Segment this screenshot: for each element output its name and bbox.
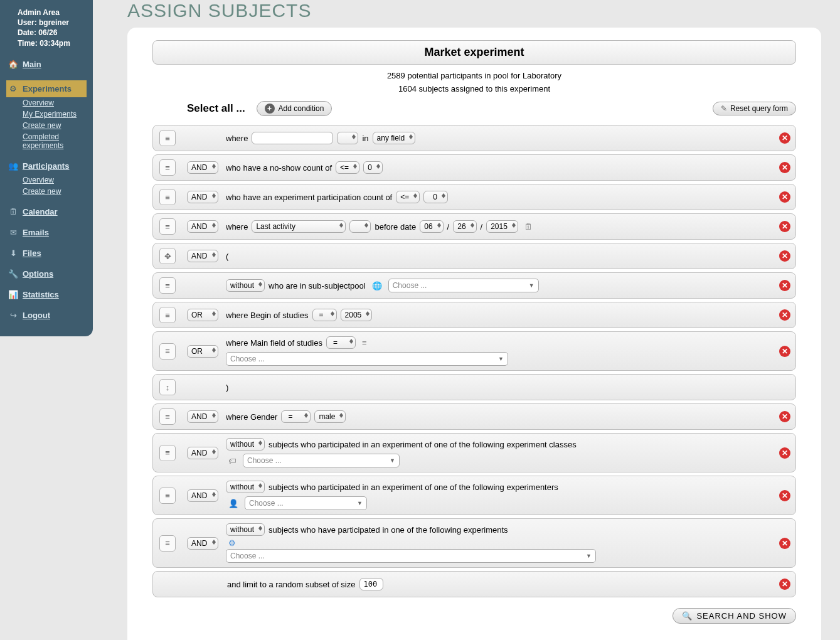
without-select[interactable]: without xyxy=(226,279,265,292)
nav-exp-completed[interactable]: Completed experiments xyxy=(6,131,87,151)
noshow-value-select[interactable]: 0 xyxy=(363,161,383,174)
nav-statistics[interactable]: 📊Statistics xyxy=(6,286,87,303)
nav-part-create[interactable]: Create new xyxy=(6,186,87,197)
join-select[interactable]: AND xyxy=(187,447,218,459)
date-op-select[interactable] xyxy=(349,220,371,233)
drag-handle-icon[interactable]: ≡ xyxy=(159,535,176,552)
drag-handle-icon[interactable]: ≡ xyxy=(159,189,176,205)
condition-row-past-experiments: ≡ AND without subjects who have particip… xyxy=(152,518,796,568)
join-select[interactable]: AND xyxy=(187,191,218,203)
experimenters-choose[interactable]: Choose ... xyxy=(245,496,367,510)
mainfield-choose[interactable]: Choose ... xyxy=(226,352,508,366)
without-select[interactable]: without xyxy=(226,438,265,451)
noshow-op-select[interactable]: <= xyxy=(336,161,359,174)
exp-classes-choose[interactable]: Choose ... xyxy=(243,454,400,467)
calendar-picker-icon[interactable]: 🗓 xyxy=(524,222,533,232)
delete-condition-button[interactable]: ✕ xyxy=(779,538,790,549)
drag-handle-icon[interactable]: ≡ xyxy=(159,130,176,146)
users-icon: 👥 xyxy=(8,161,19,171)
delete-condition-button[interactable]: ✕ xyxy=(779,191,790,203)
search-and-show-button[interactable]: 🔍SEARCH AND SHOW xyxy=(673,608,796,624)
begin-op-select[interactable]: = xyxy=(312,309,337,321)
condition-row-close-bracket: ↕ ) xyxy=(152,374,796,400)
without-select[interactable]: without xyxy=(226,523,265,536)
date-month-select[interactable]: 06 xyxy=(420,220,443,233)
join-select[interactable]: AND xyxy=(187,220,218,233)
gender-op-select[interactable]: = xyxy=(281,410,311,423)
join-select[interactable]: OR xyxy=(187,345,218,358)
drag-handle-icon[interactable]: ≡ xyxy=(159,307,176,323)
past-experiments-choose[interactable]: Choose ... xyxy=(226,549,596,563)
drag-handle-icon[interactable]: ≡ xyxy=(159,218,176,235)
nav-options[interactable]: 🔧Options xyxy=(6,265,87,282)
add-condition-button[interactable]: +Add condition xyxy=(257,101,332,116)
drag-handle-icon[interactable]: ≡ xyxy=(159,488,176,504)
join-select[interactable]: AND xyxy=(187,250,218,262)
delete-condition-button[interactable]: ✕ xyxy=(779,250,790,262)
drag-handle-icon[interactable]: ≡ xyxy=(159,159,176,176)
drag-handle-icon[interactable]: ≡ xyxy=(159,445,176,461)
delete-condition-button[interactable]: ✕ xyxy=(779,162,790,173)
list-icon[interactable]: ≡ xyxy=(362,338,367,348)
nav-calendar[interactable]: 🗓Calendar xyxy=(6,203,87,220)
date-field-select[interactable]: Last activity xyxy=(252,220,346,233)
participation-value-select[interactable]: 0 xyxy=(423,191,448,203)
nav-participants[interactable]: 👥Participants xyxy=(6,157,87,174)
envelope-icon: ✉ xyxy=(8,228,19,237)
nav-exp-overview[interactable]: Overview xyxy=(6,97,87,109)
subpool-choose[interactable]: Choose ... xyxy=(388,279,539,292)
delete-condition-button[interactable]: ✕ xyxy=(779,447,790,459)
mainfield-op-select[interactable]: = xyxy=(326,336,356,349)
condition-row-begin-studies: ≡ OR where Begin of studies = 2005 ✕ xyxy=(152,302,796,328)
join-select[interactable]: AND xyxy=(187,489,218,502)
condition-row-experimenters: ≡ AND without subjects who participated … xyxy=(152,476,796,515)
date-day-select[interactable]: 26 xyxy=(453,220,476,233)
drag-handle-icon[interactable]: ≡ xyxy=(159,343,176,360)
home-icon: 🏠 xyxy=(8,60,19,69)
join-select[interactable]: AND xyxy=(187,410,218,423)
without-select[interactable]: without xyxy=(226,481,265,493)
delete-condition-button[interactable]: ✕ xyxy=(779,579,790,590)
participation-op-select[interactable]: <= xyxy=(396,191,420,203)
freetext-op-select[interactable] xyxy=(337,132,358,144)
nav-exp-my[interactable]: My Experiments xyxy=(6,109,87,120)
drag-handle-icon[interactable]: ≡ xyxy=(159,277,176,294)
delete-condition-button[interactable]: ✕ xyxy=(779,411,790,422)
field-select[interactable]: any field xyxy=(373,132,416,144)
move-icon[interactable]: ✥ xyxy=(159,248,176,264)
limit-input[interactable]: 100 xyxy=(359,578,383,590)
admin-area-label: Admin Area xyxy=(18,8,87,18)
delete-condition-button[interactable]: ✕ xyxy=(779,309,790,321)
join-select[interactable]: AND xyxy=(187,537,218,550)
nav-part-overview[interactable]: Overview xyxy=(6,174,87,186)
join-select[interactable]: OR xyxy=(187,309,218,321)
bar-chart-icon: 📊 xyxy=(8,290,19,299)
condition-row-freetext: ≡ where in any field ✕ xyxy=(152,125,796,151)
nav-files[interactable]: ⬇Files xyxy=(6,245,87,262)
gears-icon: ⚙ xyxy=(228,538,236,548)
search-icon: 🔍 xyxy=(682,611,693,621)
begin-year-select[interactable]: 2005 xyxy=(341,309,373,321)
nav-main[interactable]: 🏠Main xyxy=(6,56,87,73)
drag-handle-icon[interactable]: ≡ xyxy=(159,408,176,425)
date-year-select[interactable]: 2015 xyxy=(486,220,518,233)
tag-icon: 🏷 xyxy=(228,456,237,466)
delete-condition-button[interactable]: ✕ xyxy=(779,132,790,144)
nav-experiments[interactable]: ⚙Experiments xyxy=(6,80,87,97)
delete-condition-button[interactable]: ✕ xyxy=(779,346,790,357)
gender-value-select[interactable]: male xyxy=(314,410,346,423)
freetext-input[interactable] xyxy=(252,132,333,144)
resize-icon[interactable]: ↕ xyxy=(159,379,176,395)
nav-emails[interactable]: ✉Emails xyxy=(6,224,87,241)
delete-condition-button[interactable]: ✕ xyxy=(779,221,790,232)
nav-exp-create[interactable]: Create new xyxy=(6,120,87,131)
main-content: ASSIGN SUBJECTS Market experiment 2589 p… xyxy=(93,0,840,640)
admin-user: bgreiner xyxy=(39,18,69,27)
nav-logout[interactable]: ↪Logout xyxy=(6,307,87,324)
reset-query-button[interactable]: ✎Reset query form xyxy=(713,102,796,115)
admin-time: 03:34pm xyxy=(40,39,70,48)
delete-condition-button[interactable]: ✕ xyxy=(779,280,790,291)
delete-condition-button[interactable]: ✕ xyxy=(779,490,790,501)
condition-row-main-field: ≡ OR where Main field of studies = ≡ Cho… xyxy=(152,331,796,371)
join-select[interactable]: AND xyxy=(187,161,218,174)
